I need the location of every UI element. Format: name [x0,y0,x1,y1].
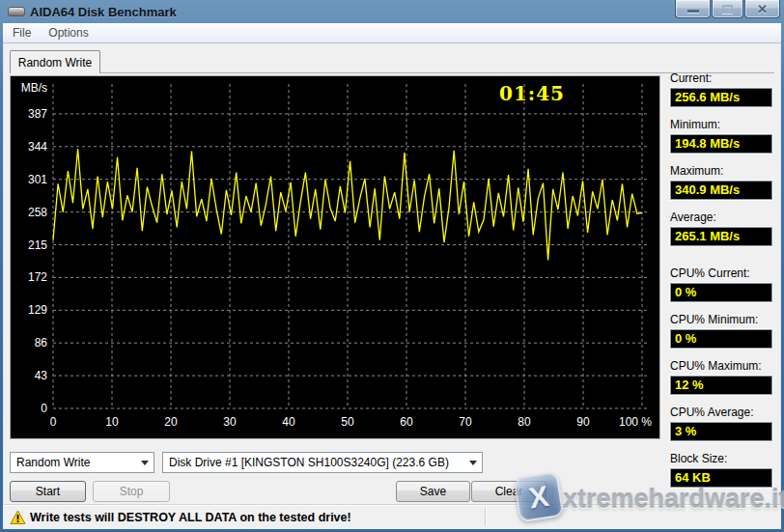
chart-plot: MB/s043861291722152583013443870102030405… [11,76,659,438]
stat-label: CPU% Average: [670,406,774,419]
stat-value: 256.6 MB/s [670,88,772,107]
stat-label: Block Size: [670,452,774,465]
svg-text:50: 50 [341,415,354,429]
svg-text:40: 40 [282,415,295,429]
stat-value: 340.9 MB/s [670,181,772,200]
stat-label: CPU% Current: [670,266,774,280]
svg-text:60: 60 [400,415,413,429]
svg-text:100 %: 100 % [619,415,652,429]
tab-strip-baseline [10,72,774,73]
clear-label: Clear [495,485,523,498]
stat-minimum: Minimum: 194.8 MB/s [670,118,774,154]
minimize-icon [687,10,699,13]
stat-label: Average: [670,210,774,224]
minimize-button[interactable] [675,0,711,18]
warning-message: Write tests will DESTROY ALL DATA on the… [30,505,351,530]
stat-cpu-maximum: CPU% Maximum: 12 % [670,359,774,395]
stat-value: 0 % [670,329,772,349]
svg-text:0: 0 [41,402,47,415]
svg-text:30: 30 [223,415,237,429]
tab-label: Random Write [18,56,92,70]
svg-text:90: 90 [576,415,590,429]
drive-select[interactable]: Disk Drive #1 [KINGSTON SH100S3240G] (22… [162,452,483,473]
close-button[interactable]: ✕ [744,0,780,18]
stat-maximum: Maximum: 340.9 MB/s [670,164,774,200]
title-bar[interactable]: AIDA64 Disk Benchmark ✕ [0,0,784,23]
stat-value: 64 KB [670,468,772,488]
stat-value: 194.8 MB/s [670,134,772,154]
chevron-down-icon [469,461,477,465]
warning-icon [10,510,26,525]
stat-value: 265.1 MB/s [670,227,772,246]
svg-text:43: 43 [35,369,48,382]
svg-text:80: 80 [518,415,531,429]
stat-average: Average: 265.1 MB/s [670,210,774,246]
stop-button: Stop [93,481,170,502]
stat-value: 0 % [670,283,772,302]
clear-button[interactable]: Clear [471,481,546,502]
stat-value: 12 % [670,376,772,395]
svg-text:301: 301 [28,173,47,186]
statusbar-separator [485,508,486,526]
svg-text:215: 215 [28,238,47,252]
svg-text:258: 258 [28,206,47,219]
start-label: Start [36,485,60,498]
stat-value: 3 % [670,422,772,441]
hard-disk-icon [8,5,25,18]
svg-text:86: 86 [35,336,48,350]
svg-text:10: 10 [105,415,119,429]
svg-text:172: 172 [28,270,47,284]
maximize-icon [722,5,733,14]
app-window: AIDA64 Disk Benchmark ✕ File Options Ran… [0,0,784,532]
status-bar: Write tests will DESTROY ALL DATA on the… [3,504,781,529]
drive-select-value: Disk Drive #1 [KINGSTON SH100S3240G] (22… [169,456,449,469]
stat-cpu-average: CPU% Average: 3 % [670,406,774,441]
stop-label: Stop [120,485,144,498]
stat-label: Maximum: [670,164,774,178]
start-button[interactable]: Start [10,481,86,502]
svg-text:0: 0 [50,415,57,429]
chevron-down-icon [141,461,149,465]
svg-text:70: 70 [459,415,472,429]
svg-text:MB/s: MB/s [21,81,47,95]
stat-cpu-current: CPU% Current: 0 % [670,266,774,302]
close-icon: ✕ [757,3,768,15]
svg-text:129: 129 [28,303,47,317]
window-title: AIDA64 Disk Benchmark [30,5,177,19]
save-label: Save [420,485,446,498]
menu-bar: File Options [3,23,781,43]
menu-file[interactable]: File [4,23,40,42]
elapsed-timer: 01:45 [464,82,600,105]
stat-label: CPU% Minimum: [670,313,774,326]
test-type-select[interactable]: Random Write [10,452,154,473]
stat-label: Current: [670,71,774,85]
benchmark-chart: MB/s043861291722152583013443870102030405… [10,75,660,439]
menu-options[interactable]: Options [40,23,97,42]
stat-cpu-minimum: CPU% Minimum: 0 % [670,313,774,349]
client-area: File Options Random Write MB/s0438612917… [3,23,781,529]
svg-text:20: 20 [164,415,178,429]
stat-block-size: Block Size: 64 KB [670,452,774,488]
stat-label: Minimum: [670,118,774,131]
tab-random-write[interactable]: Random Write [10,50,100,73]
maximize-button [712,0,743,18]
test-type-value: Random Write [16,456,90,469]
stat-label: CPU% Maximum: [670,359,774,373]
svg-text:344: 344 [28,140,47,154]
svg-text:387: 387 [28,107,47,121]
save-button[interactable]: Save [396,481,470,502]
stat-current: Current: 256.6 MB/s [670,71,774,107]
